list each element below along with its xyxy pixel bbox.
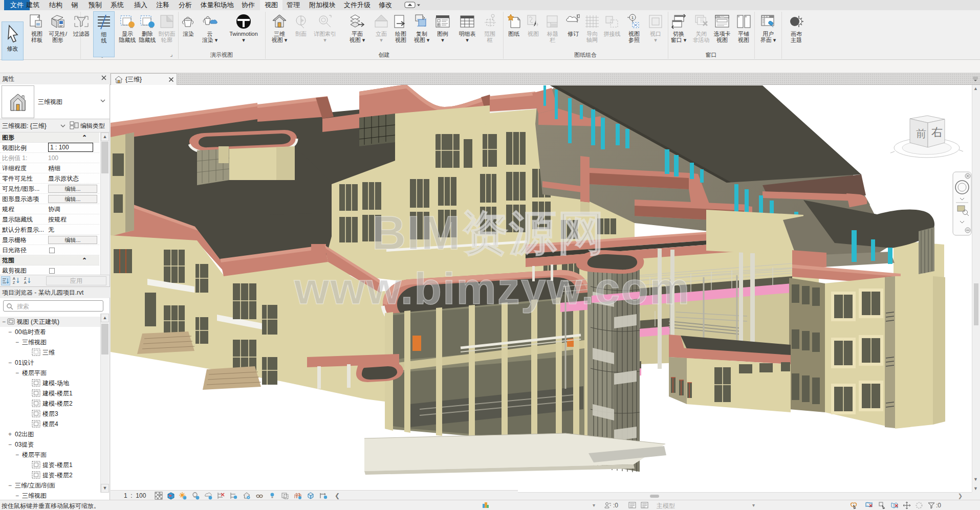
svg-text:Z: Z (24, 277, 27, 280)
svg-text:1: 1 (631, 15, 634, 20)
svg-text:前: 前 (916, 128, 926, 139)
svg-text:A: A (24, 281, 27, 284)
svg-text:A: A (13, 277, 15, 280)
svg-text:BIM资源网: BIM资源网 (372, 207, 606, 259)
svg-text:右: 右 (931, 126, 943, 139)
svg-text:www.bimzyw.com: www.bimzyw.com (294, 263, 691, 314)
svg-text:Z: Z (13, 281, 15, 284)
